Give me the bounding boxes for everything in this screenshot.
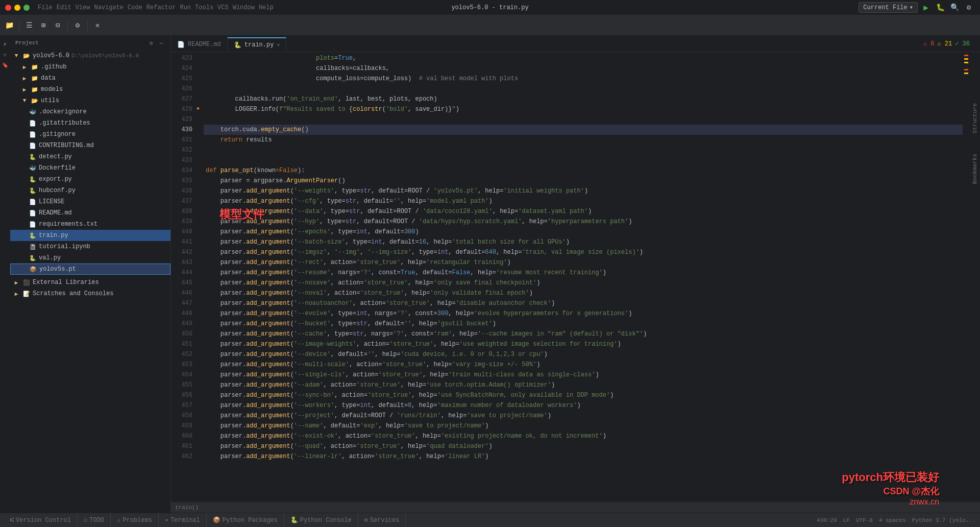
close-panel-btn[interactable]: ✕: [91, 19, 104, 32]
tree-item-gitattr[interactable]: 📄 .gitattributes: [10, 117, 170, 129]
tab-train-close[interactable]: ✕: [277, 42, 280, 48]
bottom-tab-problems[interactable]: ⚠ Problems: [111, 513, 159, 528]
search-btn[interactable]: 🔍: [948, 2, 961, 14]
tab-readme-label: README.md: [188, 41, 221, 48]
settings-btn[interactable]: ⚙: [963, 2, 975, 14]
menu-refactor[interactable]: Refactor: [146, 4, 176, 11]
tree-item-val[interactable]: 🐍 val.py: [10, 252, 170, 264]
tree-item-gitignore[interactable]: 📄 .gitignore: [10, 129, 170, 140]
tree-settings-btn[interactable]: ⚙: [147, 39, 155, 47]
tree-item-dockerfile[interactable]: 🐳 Dockerfile: [10, 162, 170, 174]
tree-item-license[interactable]: 📄 LICENSE: [10, 196, 170, 207]
export-py-icon: 🐍: [29, 175, 37, 183]
line-num-432: 432: [171, 145, 192, 155]
close-btn[interactable]: [5, 5, 11, 11]
menu-navigate[interactable]: Navigate: [94, 4, 124, 11]
tree-item-yolov5s[interactable]: 📦 yolov5s.pt: [10, 264, 170, 275]
menu-file[interactable]: File: [38, 4, 53, 11]
collapse-all-btn[interactable]: ☰: [23, 19, 35, 32]
menu-edit[interactable]: Edit: [57, 4, 71, 11]
menu-vcs[interactable]: VCS: [217, 4, 229, 11]
tree-item-export[interactable]: 🐍 export.py: [10, 174, 170, 185]
bookmarks-icon[interactable]: 🔖: [1, 61, 9, 69]
line-num-442: 442: [171, 247, 192, 257]
menu-code[interactable]: Code: [128, 4, 142, 11]
scratches-label: Scratches and Consoles: [33, 290, 113, 297]
tree-item-contributing[interactable]: 📄 CONTRIBUTING.md: [10, 140, 170, 151]
tree-item-github[interactable]: ▶ 📁 .github: [10, 61, 170, 73]
code-line-455: parser.add_argument('--adam', action='st…: [204, 380, 963, 390]
tree-item-utils[interactable]: ▼ 📂 utils: [10, 95, 170, 106]
tree-item-detect[interactable]: 🐍 detect.py: [10, 151, 170, 162]
tree-item-train[interactable]: 🐍 train.py: [10, 230, 170, 241]
project-icon[interactable]: P: [1, 41, 9, 49]
current-file-btn[interactable]: Current File ▾: [859, 2, 918, 13]
menu-run[interactable]: Run: [180, 4, 191, 11]
right-side-tabs: Structure Bookmarks: [970, 52, 980, 501]
menu-tools[interactable]: Tools: [195, 4, 213, 11]
tree-collapse-btn[interactable]: —: [157, 39, 165, 47]
debug-btn[interactable]: 🐛: [934, 2, 946, 14]
tree-item-scratches[interactable]: ▶ 📝 Scratches and Consoles: [10, 288, 170, 299]
left-icon-strip: P ≡ 🔖: [0, 36, 10, 513]
gutter-441: [197, 236, 204, 246]
line-num-439: 439: [171, 217, 192, 227]
tree-item-tutorial[interactable]: 📓 tutorial.ipynb: [10, 241, 170, 252]
code-content[interactable]: plots=True, callbacks=callbacks, compute…: [204, 52, 963, 501]
scratches-expand-icon: ▶: [12, 290, 20, 298]
gitattr-label: .gitattributes: [39, 119, 90, 127]
menu-window[interactable]: Window: [233, 4, 255, 11]
code-line-433: [204, 155, 963, 165]
dockerfile-label: Dockerfile: [39, 164, 76, 172]
tree-item-hubconf[interactable]: 🐍 hubconf.py: [10, 185, 170, 196]
todo-icon: ☑: [84, 516, 87, 524]
expand-btn[interactable]: ⊞: [37, 19, 50, 32]
data-label: data: [41, 75, 56, 82]
bookmarks-side-tab[interactable]: Bookmarks: [972, 154, 978, 184]
tree-item-requirements[interactable]: 📄 requirements.txt: [10, 219, 170, 230]
run-btn[interactable]: ▶: [920, 2, 932, 14]
tree-root[interactable]: ▼ 📂 yolov5-6.0 D:\yolov5\yolov5-6.0: [10, 50, 170, 61]
bottom-tab-version-control[interactable]: ⑆ Version Control: [4, 513, 78, 528]
github-label: .github: [41, 63, 66, 70]
code-line-448: parser.add_argument('--evolve', type=int…: [204, 308, 963, 319]
bottom-tab-services[interactable]: ⚙ Services: [358, 513, 406, 528]
maximize-btn[interactable]: [23, 5, 30, 11]
tab-readme[interactable]: 📄 README.md: [171, 37, 228, 52]
code-line-453: parser.add_argument('--multi-scale', act…: [204, 360, 963, 370]
error-scroll-markers: [963, 52, 970, 501]
python-packages-icon: 📦: [213, 516, 220, 524]
tree-item-models[interactable]: ▶ 📁 models: [10, 84, 170, 95]
settings-gear-btn[interactable]: ⚙: [71, 19, 84, 32]
tree-header-actions: ⚙ —: [147, 39, 165, 47]
export-label: export.py: [39, 176, 72, 183]
line-num-437: 437: [171, 196, 192, 206]
external-icon: ⬛: [22, 278, 31, 286]
menu-help[interactable]: Help: [259, 4, 274, 11]
project-view-btn[interactable]: 📁: [3, 19, 15, 32]
utils-label: utils: [41, 97, 59, 104]
root-folder-icon: ▼: [12, 52, 20, 60]
bottom-tab-todo[interactable]: ☑ TODO: [78, 513, 111, 528]
tree-item-dockerignore[interactable]: 🐳 .dockerignore: [10, 106, 170, 117]
minimize-btn[interactable]: [14, 5, 20, 11]
tree-item-external[interactable]: ▶ ⬛ External Libraries: [10, 277, 170, 288]
bottom-tab-terminal[interactable]: ▪ Terminal: [159, 513, 207, 528]
gutter-423: [197, 52, 204, 62]
requirements-label: requirements.txt: [39, 221, 97, 228]
bottom-tab-python-console[interactable]: 🐍 Python Console: [284, 513, 358, 528]
structure-side-tab[interactable]: Structure: [972, 103, 978, 133]
tab-train[interactable]: 🐍 train.py ✕: [228, 37, 287, 52]
tree-item-data[interactable]: ▶ 📁 data: [10, 73, 170, 84]
structure-icon[interactable]: ≡: [1, 51, 9, 59]
menu-view[interactable]: View: [76, 4, 90, 11]
project-label: Project: [15, 40, 39, 46]
title-bar-right: Current File ▾ ▶ 🐛 🔍 ⚙: [859, 2, 975, 14]
bottom-bar: ⑆ Version Control ☑ TODO ⚠ Problems ▪ Te…: [0, 513, 980, 527]
bottom-tab-python-packages[interactable]: 📦 Python Packages: [207, 513, 284, 528]
title-bar-left: File Edit View Navigate Code Refactor Ru…: [5, 4, 274, 11]
line-num-449: 449: [171, 319, 192, 329]
license-icon: 📄: [29, 198, 37, 206]
collapse-btn[interactable]: ⊟: [52, 19, 64, 32]
tree-item-readme[interactable]: 📄 README.md: [10, 207, 170, 219]
